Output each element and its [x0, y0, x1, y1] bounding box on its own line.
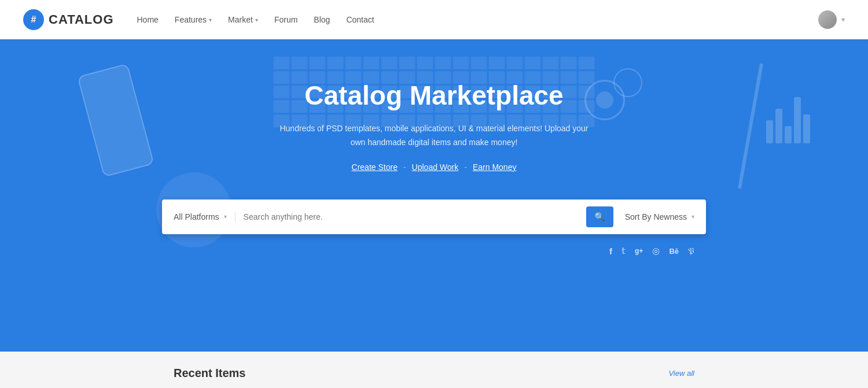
dribbble-icon[interactable]: ◎	[652, 246, 660, 256]
brand-logo[interactable]: # CATALOG	[23, 9, 114, 30]
behance-icon[interactable]: Bē	[669, 247, 679, 256]
nav-menu: Home Features ▾ Market ▾ Forum Blog	[137, 15, 819, 24]
create-store-link[interactable]: Create Store	[352, 162, 398, 172]
features-dropdown-arrow: ▾	[209, 17, 212, 23]
search-bar: All Platforms ▾ 🔍 Sort By Newness ▾	[162, 199, 706, 234]
earn-money-link[interactable]: Earn Money	[473, 162, 516, 172]
pinterest-icon[interactable]: 𝔓	[688, 246, 694, 256]
user-dropdown-arrow[interactable]: ▾	[841, 16, 845, 24]
hero-content: Catalog Marketplace Hundreds of PSD temp…	[272, 39, 596, 189]
phone-decoration	[77, 63, 155, 177]
nav-item-market[interactable]: Market ▾	[228, 15, 258, 24]
hero-links: Create Store - Upload Work - Earn Money	[272, 162, 596, 172]
googleplus-icon[interactable]: g+	[635, 247, 643, 255]
user-avatar[interactable]	[818, 10, 837, 29]
nav-item-home[interactable]: Home	[137, 15, 159, 24]
nav-item-blog[interactable]: Blog	[314, 15, 330, 24]
social-icons: f 𝕥 g+ ◎ Bē 𝔓	[609, 246, 694, 256]
platform-label: All Platforms	[174, 212, 219, 221]
market-dropdown-arrow: ▾	[255, 17, 258, 23]
hero-section: (function() { const container = document…	[0, 39, 868, 352]
hero-title: Catalog Marketplace	[272, 80, 596, 112]
brand-name: CATALOG	[49, 12, 114, 27]
navbar: # CATALOG Home Features ▾ Market ▾ F	[0, 0, 868, 39]
search-icon: 🔍	[594, 212, 605, 221]
sort-label: Sort By Newness	[625, 212, 687, 221]
content-area: Recent Items View all Monday 58°	[0, 352, 868, 388]
twitter-icon[interactable]: 𝕥	[621, 246, 626, 256]
search-button[interactable]: 🔍	[586, 206, 613, 227]
facebook-icon[interactable]: f	[609, 246, 612, 256]
sort-arrow-icon: ▾	[692, 213, 694, 220]
hero-subtitle: Hundreds of PSD templates, mobile applic…	[272, 122, 596, 150]
view-all-link[interactable]: View all	[668, 369, 694, 378]
search-input[interactable]	[244, 212, 578, 221]
nav-item-features[interactable]: Features ▾	[175, 15, 212, 24]
upload-work-link[interactable]: Upload Work	[412, 162, 459, 172]
brand-icon: #	[23, 9, 44, 30]
platform-dropdown[interactable]: All Platforms ▾	[174, 212, 236, 221]
section-header: Recent Items View all	[174, 367, 694, 380]
nav-item-contact[interactable]: Contact	[346, 15, 374, 24]
sort-dropdown[interactable]: Sort By Newness ▾	[613, 212, 694, 221]
pencil-decoration	[738, 63, 763, 189]
nav-item-forum[interactable]: Forum	[274, 15, 297, 24]
right-circle-decor	[613, 68, 642, 97]
platform-arrow-icon: ▾	[224, 213, 227, 220]
recent-items-title: Recent Items	[174, 367, 246, 380]
chart-decoration	[766, 97, 810, 143]
search-input-wrap	[236, 212, 586, 222]
navbar-right: ▾	[818, 10, 845, 29]
